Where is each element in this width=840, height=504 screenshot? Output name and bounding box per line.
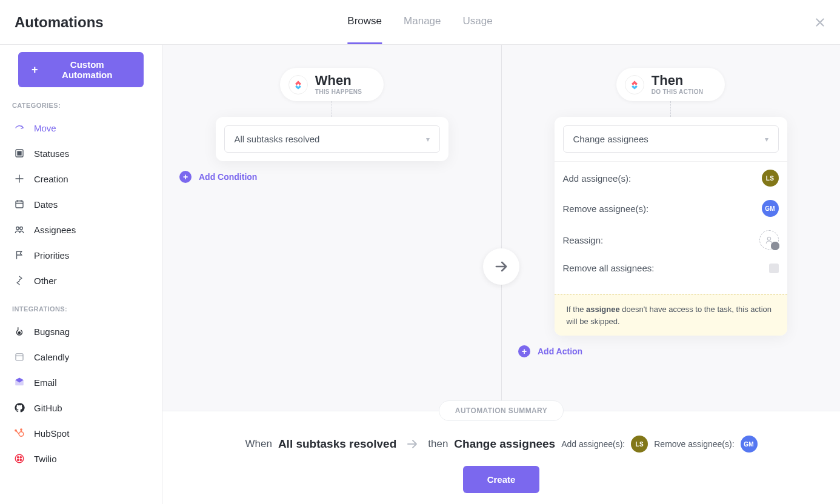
row-label: Reassign: [563,235,604,245]
sidebar-item-twilio[interactable]: Twilio [11,446,151,471]
summary-sentence: When All subtasks resolved then Change a… [245,436,757,453]
sidebar-item-email[interactable]: Email [11,370,151,395]
custom-automation-label: Custom Automation [44,59,130,80]
plus-icon: + [32,64,38,76]
close-icon[interactable] [813,16,827,29]
chevron-down-icon: ▾ [765,135,768,144]
sidebar-item-other[interactable]: Other [11,268,151,293]
row-label: Add assignee(s): [563,173,632,184]
row-label: Remove assignee(s): [563,204,649,214]
when-subtitle: THIS HAPPENS [315,88,362,95]
action-select[interactable]: Change assignees ▾ [563,125,779,153]
action-body: Add assignee(s): LS Remove assignee(s): … [555,161,787,288]
then-title: Then [652,74,704,87]
sidebar: + Custom Automation CATEGORIES: Move Sta… [0,45,162,504]
then-header-pill: Then DO THIS ACTION [616,68,725,101]
sidebar-item-label: Twilio [34,454,57,464]
svg-rect-6 [16,354,23,360]
add-assignee-button[interactable]: + [759,230,779,250]
clickup-logo-icon [288,75,308,94]
create-button[interactable]: Create [463,466,540,493]
svg-point-13 [18,459,19,460]
builder-area: When THIS HAPPENS All subtasks resolved … [162,45,840,411]
add-assignees-row: Add assignee(s): LS [563,163,779,193]
assignee-avatar-ls[interactable]: LS [762,170,779,187]
trigger-select[interactable]: All subtasks resolved ▾ [224,125,440,153]
when-column: When THIS HAPPENS All subtasks resolved … [162,45,501,411]
sidebar-item-move[interactable]: Move [11,115,151,141]
assignee-avatar-gm[interactable]: GM [762,200,779,217]
svg-point-14 [20,459,21,460]
remove-all-row: Remove all assignees: [563,256,779,280]
plus-badge-icon: + [771,242,779,250]
svg-point-3 [16,227,19,230]
svg-point-5 [19,332,21,334]
reassign-row: Reassign: + [563,224,779,256]
sidebar-item-label: Move [34,123,56,133]
dates-icon [13,198,25,210]
sidebar-item-assignees[interactable]: Assignees [11,217,151,242]
plus-icon: + [179,171,192,183]
svg-point-15 [767,237,770,240]
clickup-logo-icon [625,75,644,94]
sidebar-item-label: HubSpot [34,428,69,439]
sidebar-item-label: Creation [34,174,68,184]
add-action-label: Add Action [538,346,582,356]
summary-then-word: then [428,438,448,450]
github-icon [13,402,25,414]
connector-line [332,101,332,117]
email-icon [13,376,25,388]
sidebar-item-hubspot[interactable]: HubSpot [11,420,151,446]
connector-line [670,101,671,117]
sidebar-item-dates[interactable]: Dates [11,191,151,217]
sidebar-item-github[interactable]: GitHub [11,395,151,420]
add-action-button[interactable]: + Add Action [501,345,582,357]
custom-automation-button[interactable]: + Custom Automation [18,52,144,87]
sidebar-item-calendly[interactable]: Calendly [11,344,151,370]
tab-browse[interactable]: Browse [347,0,382,44]
creation-icon [13,173,25,185]
flow-arrow-icon [483,248,519,285]
action-value: Change assignees [573,134,648,144]
summary-avatar-ls: LS [631,436,648,453]
summary-remove-label: Remove assignee(s): [654,439,734,449]
sidebar-item-label: Statuses [34,148,69,159]
summary-when-value: All subtasks resolved [278,437,396,451]
tab-usage[interactable]: Usage [462,0,492,44]
trigger-card: All subtasks resolved ▾ [216,117,448,161]
sidebar-item-label: Bugsnag [34,327,70,337]
svg-point-4 [20,227,23,230]
page-title: Automations [15,14,104,31]
other-icon [13,274,25,287]
move-icon [13,122,25,134]
sidebar-item-label: Calendly [34,352,69,362]
hubspot-icon [13,427,25,439]
calendly-icon [13,351,25,363]
svg-point-10 [15,454,24,463]
summary-heading: AUTOMATION SUMMARY [439,400,564,421]
sidebar-item-label: Dates [34,199,58,210]
sidebar-item-bugsnag[interactable]: Bugsnag [11,319,151,344]
svg-rect-1 [18,151,21,155]
add-condition-button[interactable]: + Add Condition [162,171,257,183]
sidebar-item-label: Priorities [34,250,69,260]
sidebar-item-statuses[interactable]: Statuses [11,141,151,166]
remove-all-checkbox[interactable] [769,264,779,273]
summary-when-word: When [245,438,272,450]
categories-heading: CATEGORIES: [12,102,150,109]
summary-panel: AUTOMATION SUMMARY When All subtasks res… [162,411,840,504]
tab-manage[interactable]: Manage [404,0,441,44]
sidebar-item-priorities[interactable]: Priorities [11,242,151,268]
when-header-pill: When THIS HAPPENS [280,68,384,101]
arrow-right-icon [405,437,419,451]
sidebar-item-label: GitHub [34,403,62,413]
summary-avatar-gm: GM [741,436,758,453]
assignees-icon [13,224,25,236]
summary-add-label: Add assignee(s): [561,439,625,449]
trigger-value: All subtasks resolved [235,134,320,144]
row-label: Remove all assignees: [563,263,655,273]
statuses-icon [13,147,25,159]
automation-canvas: When THIS HAPPENS All subtasks resolved … [162,45,840,504]
svg-point-12 [20,457,21,458]
sidebar-item-creation[interactable]: Creation [11,166,151,191]
